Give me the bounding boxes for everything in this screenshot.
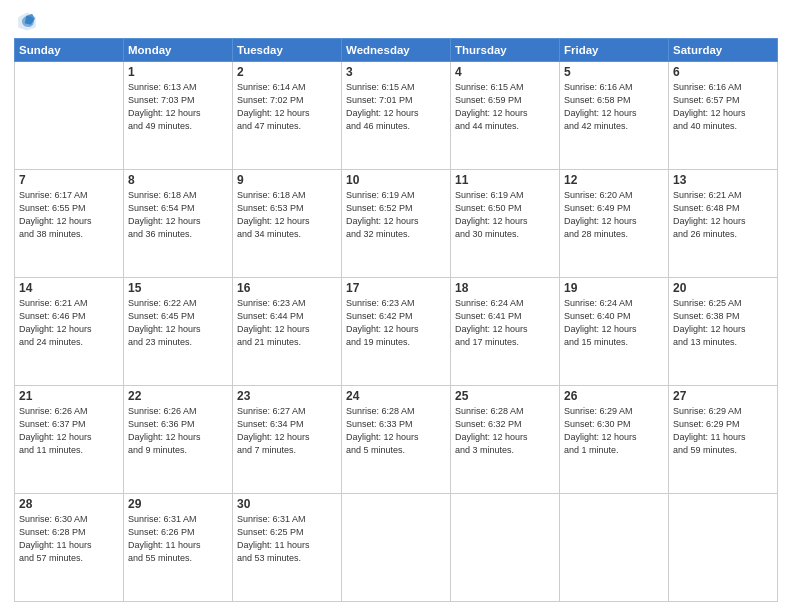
calendar-cell: 30Sunrise: 6:31 AM Sunset: 6:25 PM Dayli… — [233, 494, 342, 602]
logo-icon — [16, 10, 38, 32]
day-info: Sunrise: 6:18 AM Sunset: 6:54 PM Dayligh… — [128, 189, 228, 241]
calendar-cell — [15, 62, 124, 170]
day-info: Sunrise: 6:21 AM Sunset: 6:46 PM Dayligh… — [19, 297, 119, 349]
calendar-cell — [560, 494, 669, 602]
day-number: 11 — [455, 173, 555, 187]
calendar-cell: 7Sunrise: 6:17 AM Sunset: 6:55 PM Daylig… — [15, 170, 124, 278]
day-number: 14 — [19, 281, 119, 295]
day-info: Sunrise: 6:17 AM Sunset: 6:55 PM Dayligh… — [19, 189, 119, 241]
day-info: Sunrise: 6:22 AM Sunset: 6:45 PM Dayligh… — [128, 297, 228, 349]
day-info: Sunrise: 6:20 AM Sunset: 6:49 PM Dayligh… — [564, 189, 664, 241]
day-number: 12 — [564, 173, 664, 187]
calendar-cell: 15Sunrise: 6:22 AM Sunset: 6:45 PM Dayli… — [124, 278, 233, 386]
day-number: 1 — [128, 65, 228, 79]
day-number: 8 — [128, 173, 228, 187]
weekday-header: Tuesday — [233, 39, 342, 62]
weekday-header: Thursday — [451, 39, 560, 62]
day-number: 4 — [455, 65, 555, 79]
day-info: Sunrise: 6:28 AM Sunset: 6:32 PM Dayligh… — [455, 405, 555, 457]
day-info: Sunrise: 6:30 AM Sunset: 6:28 PM Dayligh… — [19, 513, 119, 565]
day-info: Sunrise: 6:21 AM Sunset: 6:48 PM Dayligh… — [673, 189, 773, 241]
calendar-cell: 20Sunrise: 6:25 AM Sunset: 6:38 PM Dayli… — [669, 278, 778, 386]
day-number: 25 — [455, 389, 555, 403]
day-info: Sunrise: 6:24 AM Sunset: 6:40 PM Dayligh… — [564, 297, 664, 349]
day-info: Sunrise: 6:19 AM Sunset: 6:50 PM Dayligh… — [455, 189, 555, 241]
day-info: Sunrise: 6:15 AM Sunset: 7:01 PM Dayligh… — [346, 81, 446, 133]
day-number: 29 — [128, 497, 228, 511]
day-number: 22 — [128, 389, 228, 403]
day-number: 5 — [564, 65, 664, 79]
day-info: Sunrise: 6:14 AM Sunset: 7:02 PM Dayligh… — [237, 81, 337, 133]
calendar-cell: 26Sunrise: 6:29 AM Sunset: 6:30 PM Dayli… — [560, 386, 669, 494]
day-number: 17 — [346, 281, 446, 295]
calendar-cell — [451, 494, 560, 602]
calendar-cell: 12Sunrise: 6:20 AM Sunset: 6:49 PM Dayli… — [560, 170, 669, 278]
day-number: 23 — [237, 389, 337, 403]
day-number: 6 — [673, 65, 773, 79]
day-info: Sunrise: 6:27 AM Sunset: 6:34 PM Dayligh… — [237, 405, 337, 457]
calendar-cell: 19Sunrise: 6:24 AM Sunset: 6:40 PM Dayli… — [560, 278, 669, 386]
day-number: 21 — [19, 389, 119, 403]
weekday-header: Wednesday — [342, 39, 451, 62]
calendar-cell: 24Sunrise: 6:28 AM Sunset: 6:33 PM Dayli… — [342, 386, 451, 494]
day-number: 10 — [346, 173, 446, 187]
weekday-header: Monday — [124, 39, 233, 62]
calendar-cell: 1Sunrise: 6:13 AM Sunset: 7:03 PM Daylig… — [124, 62, 233, 170]
calendar-cell: 6Sunrise: 6:16 AM Sunset: 6:57 PM Daylig… — [669, 62, 778, 170]
weekday-header: Saturday — [669, 39, 778, 62]
calendar-cell: 9Sunrise: 6:18 AM Sunset: 6:53 PM Daylig… — [233, 170, 342, 278]
day-number: 16 — [237, 281, 337, 295]
day-number: 9 — [237, 173, 337, 187]
day-number: 28 — [19, 497, 119, 511]
calendar-cell: 16Sunrise: 6:23 AM Sunset: 6:44 PM Dayli… — [233, 278, 342, 386]
calendar-cell — [669, 494, 778, 602]
calendar-cell: 3Sunrise: 6:15 AM Sunset: 7:01 PM Daylig… — [342, 62, 451, 170]
day-number: 13 — [673, 173, 773, 187]
day-info: Sunrise: 6:24 AM Sunset: 6:41 PM Dayligh… — [455, 297, 555, 349]
calendar-cell: 14Sunrise: 6:21 AM Sunset: 6:46 PM Dayli… — [15, 278, 124, 386]
calendar-cell: 23Sunrise: 6:27 AM Sunset: 6:34 PM Dayli… — [233, 386, 342, 494]
day-number: 3 — [346, 65, 446, 79]
calendar-cell: 10Sunrise: 6:19 AM Sunset: 6:52 PM Dayli… — [342, 170, 451, 278]
calendar-cell: 5Sunrise: 6:16 AM Sunset: 6:58 PM Daylig… — [560, 62, 669, 170]
calendar-cell: 22Sunrise: 6:26 AM Sunset: 6:36 PM Dayli… — [124, 386, 233, 494]
day-info: Sunrise: 6:29 AM Sunset: 6:29 PM Dayligh… — [673, 405, 773, 457]
day-number: 20 — [673, 281, 773, 295]
calendar-cell: 17Sunrise: 6:23 AM Sunset: 6:42 PM Dayli… — [342, 278, 451, 386]
day-info: Sunrise: 6:25 AM Sunset: 6:38 PM Dayligh… — [673, 297, 773, 349]
day-info: Sunrise: 6:13 AM Sunset: 7:03 PM Dayligh… — [128, 81, 228, 133]
calendar-cell: 21Sunrise: 6:26 AM Sunset: 6:37 PM Dayli… — [15, 386, 124, 494]
calendar-cell: 2Sunrise: 6:14 AM Sunset: 7:02 PM Daylig… — [233, 62, 342, 170]
day-info: Sunrise: 6:31 AM Sunset: 6:26 PM Dayligh… — [128, 513, 228, 565]
calendar-cell — [342, 494, 451, 602]
day-number: 18 — [455, 281, 555, 295]
day-number: 2 — [237, 65, 337, 79]
calendar-cell: 27Sunrise: 6:29 AM Sunset: 6:29 PM Dayli… — [669, 386, 778, 494]
day-info: Sunrise: 6:31 AM Sunset: 6:25 PM Dayligh… — [237, 513, 337, 565]
day-number: 27 — [673, 389, 773, 403]
calendar-cell: 25Sunrise: 6:28 AM Sunset: 6:32 PM Dayli… — [451, 386, 560, 494]
day-info: Sunrise: 6:23 AM Sunset: 6:42 PM Dayligh… — [346, 297, 446, 349]
calendar-cell: 28Sunrise: 6:30 AM Sunset: 6:28 PM Dayli… — [15, 494, 124, 602]
day-number: 19 — [564, 281, 664, 295]
day-number: 15 — [128, 281, 228, 295]
day-info: Sunrise: 6:23 AM Sunset: 6:44 PM Dayligh… — [237, 297, 337, 349]
calendar-table: SundayMondayTuesdayWednesdayThursdayFrid… — [14, 38, 778, 602]
calendar-cell: 4Sunrise: 6:15 AM Sunset: 6:59 PM Daylig… — [451, 62, 560, 170]
calendar-cell: 13Sunrise: 6:21 AM Sunset: 6:48 PM Dayli… — [669, 170, 778, 278]
calendar-header-row: SundayMondayTuesdayWednesdayThursdayFrid… — [15, 39, 778, 62]
day-info: Sunrise: 6:26 AM Sunset: 6:37 PM Dayligh… — [19, 405, 119, 457]
weekday-header: Sunday — [15, 39, 124, 62]
calendar-cell: 18Sunrise: 6:24 AM Sunset: 6:41 PM Dayli… — [451, 278, 560, 386]
day-info: Sunrise: 6:29 AM Sunset: 6:30 PM Dayligh… — [564, 405, 664, 457]
calendar-cell: 8Sunrise: 6:18 AM Sunset: 6:54 PM Daylig… — [124, 170, 233, 278]
day-info: Sunrise: 6:15 AM Sunset: 6:59 PM Dayligh… — [455, 81, 555, 133]
day-info: Sunrise: 6:18 AM Sunset: 6:53 PM Dayligh… — [237, 189, 337, 241]
calendar-cell: 29Sunrise: 6:31 AM Sunset: 6:26 PM Dayli… — [124, 494, 233, 602]
weekday-header: Friday — [560, 39, 669, 62]
logo — [14, 10, 38, 32]
calendar-cell: 11Sunrise: 6:19 AM Sunset: 6:50 PM Dayli… — [451, 170, 560, 278]
day-number: 30 — [237, 497, 337, 511]
day-number: 24 — [346, 389, 446, 403]
day-info: Sunrise: 6:28 AM Sunset: 6:33 PM Dayligh… — [346, 405, 446, 457]
